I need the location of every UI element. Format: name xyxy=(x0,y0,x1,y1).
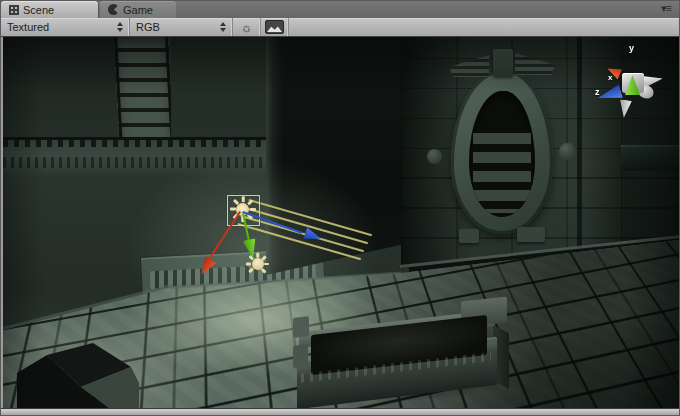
tab-scene-label: Scene xyxy=(23,4,54,16)
tab-scene[interactable]: Scene xyxy=(1,1,98,18)
render-mode-value: Textured xyxy=(7,21,113,33)
window-bottom-edge xyxy=(1,408,679,416)
scene-view-window: Scene Game ▾≡ Textured RGB ☼ xyxy=(0,0,680,416)
z-axis-label: z xyxy=(595,87,600,97)
tab-context-menu-icon[interactable]: ▾≡ xyxy=(661,2,671,15)
tab-bar: Scene Game ▾≡ xyxy=(1,1,679,18)
color-mode-value: RGB xyxy=(136,21,216,33)
scene-toolbar: Textured RGB ☼ xyxy=(1,18,679,37)
scene-lighting-toggle[interactable]: ☼ xyxy=(233,18,261,36)
scene-viewport[interactable]: y x z xyxy=(3,37,679,408)
tab-game-label: Game xyxy=(123,4,153,16)
render-mode-dropdown[interactable]: Textured xyxy=(1,18,130,36)
color-mode-dropdown[interactable]: RGB xyxy=(130,18,233,36)
game-overlay-toggle[interactable] xyxy=(261,18,289,36)
dropdown-arrows-icon xyxy=(220,22,226,32)
y-axis-label: y xyxy=(629,43,634,53)
x-axis-label: x xyxy=(608,73,612,82)
vignette xyxy=(3,37,679,408)
game-pacman-icon xyxy=(108,4,119,15)
image-icon xyxy=(265,20,284,34)
dropdown-arrows-icon xyxy=(117,22,123,32)
scene-grid-icon xyxy=(9,5,19,15)
sun-icon: ☼ xyxy=(241,19,253,36)
tab-game[interactable]: Game xyxy=(100,1,176,18)
